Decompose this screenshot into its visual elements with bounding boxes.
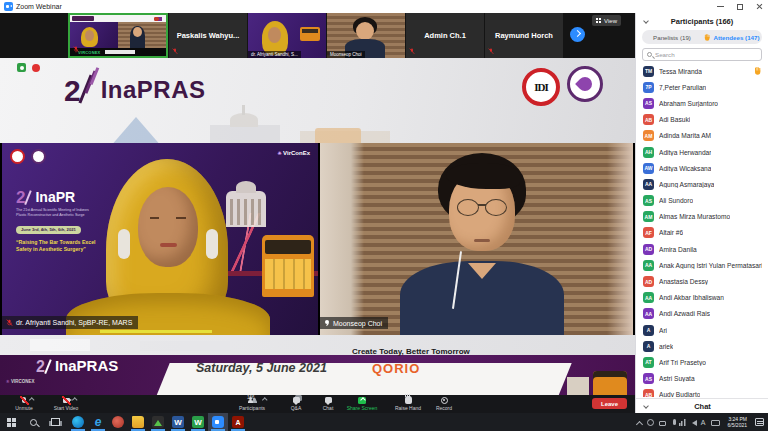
tray-expand-icon[interactable] <box>636 420 643 427</box>
participant-row[interactable]: AB Adi Basuki <box>636 112 768 128</box>
participant-row[interactable]: AS Ali Sundoro <box>636 193 768 209</box>
background-bus-art <box>300 27 320 41</box>
participant-row[interactable]: AA Andi Azwadi Rais <box>636 306 768 322</box>
participant-row[interactable]: AW Aditya Wicaksana <box>636 160 768 176</box>
taskbar-app-icon[interactable] <box>88 413 108 431</box>
tray-mic-icon[interactable] <box>673 419 676 425</box>
logo-wordmark: InaPRAS <box>101 76 206 104</box>
chevron-up-icon[interactable] <box>262 397 267 402</box>
start-button[interactable] <box>0 413 22 431</box>
participant-tile-afriyanti[interactable]: dr. Afriyanti Sandhi, S... <box>248 13 326 58</box>
taskbar-app-icon[interactable] <box>188 413 208 431</box>
leave-button[interactable]: Leave <box>592 398 627 409</box>
search-input[interactable] <box>655 51 757 58</box>
taskbar-app-icon[interactable] <box>148 413 168 431</box>
battery-icon[interactable] <box>659 421 666 426</box>
taskbar-app-icon[interactable] <box>128 413 148 431</box>
participant-row[interactable]: AF Altair #6 <box>636 225 768 241</box>
view-button[interactable]: View <box>592 15 621 26</box>
unmute-button[interactable]: Unmute <box>4 396 44 411</box>
participants-panel: Participants (166) Panelists (19) Attend… <box>635 13 768 413</box>
participants-count-badge: 166 <box>247 395 255 400</box>
video-thumbnail-strip: VIRCONEX Paskalis Wahyu... dr. Afriyanti… <box>0 13 635 58</box>
tab-panelists[interactable]: Panelists (19) <box>642 34 702 41</box>
participant-row[interactable]: AS Abraham Surjantoro <box>636 95 768 111</box>
participant-search[interactable] <box>642 48 762 61</box>
chevron-up-icon[interactable] <box>29 397 34 402</box>
taskbar-app-icon[interactable] <box>228 413 248 431</box>
chevron-up-icon[interactable] <box>72 397 77 402</box>
participants-button[interactable]: 166 Participants <box>232 396 272 411</box>
speaker-name: Moonseop Choi <box>333 320 382 327</box>
video-feed-afriyanti[interactable]: VirConEx 2 InaPR The 21st Annual Scienti… <box>2 143 318 335</box>
speaker-neck <box>468 263 496 279</box>
participant-name: Andi Azwadi Rais <box>659 310 710 317</box>
record-button[interactable]: Record <box>424 396 464 411</box>
avatar: AM <box>643 130 654 141</box>
speaker-face <box>138 187 198 267</box>
participant-row[interactable]: AB Audy Budiarto <box>636 387 768 397</box>
taskbar-app-icon[interactable] <box>108 413 128 431</box>
network-icon[interactable] <box>679 419 686 426</box>
next-page-arrow-button[interactable] <box>570 27 585 42</box>
participants-panel-header: Participants (166) <box>636 13 768 29</box>
taskbar-app-icon[interactable] <box>68 413 88 431</box>
speaker-mouth <box>474 239 490 242</box>
participant-row[interactable]: AH Aditya Herwandar <box>636 144 768 160</box>
volume-icon[interactable] <box>692 420 697 426</box>
record-icon <box>441 397 448 404</box>
participant-name: Almas Mirza Murastomo <box>659 213 730 220</box>
participant-row[interactable]: A Ari <box>636 322 768 338</box>
participant-row[interactable]: 7P 7,Peter Parulian <box>636 79 768 95</box>
maximize-icon[interactable] <box>737 4 743 10</box>
task-view-button[interactable] <box>44 413 66 431</box>
avatar: AM <box>643 211 654 222</box>
raise-hand-button[interactable]: Raise Hand <box>388 396 428 411</box>
windows-logo-icon <box>7 418 16 427</box>
participant-row[interactable]: AM Adinda Marita AM <box>636 128 768 144</box>
window-title: Zoom Webinar <box>16 3 62 10</box>
video-name-label: Moonseop Choi <box>320 317 388 329</box>
collapse-chevron-icon[interactable] <box>643 403 649 409</box>
participant-row[interactable]: AM Almas Mirza Murastomo <box>636 209 768 225</box>
participant-tile-admin[interactable]: Admin Ch.1 <box>406 13 484 58</box>
participant-row[interactable]: AD Anastasia Dessy <box>636 273 768 289</box>
taskbar-app-icon[interactable] <box>168 413 188 431</box>
participant-tile-paskalis[interactable]: Paskalis Wahyu... <box>169 13 247 58</box>
collapse-chevron-icon[interactable] <box>643 18 649 24</box>
shared-screen-preview-tile[interactable]: VIRCONEX <box>68 13 168 58</box>
participant-row[interactable]: AA Anak Agung Istri Yulan Permatasari <box>636 257 768 273</box>
preview-footer: VIRCONEX <box>70 48 166 56</box>
action-center-icon[interactable] <box>755 418 764 426</box>
bandung-skyline-art <box>90 105 550 143</box>
taskbar-search-button[interactable] <box>22 413 44 431</box>
avatar: AT <box>643 357 654 368</box>
tray-status-icon[interactable] <box>647 419 654 426</box>
lower-third-bar <box>100 330 212 333</box>
tab-attendees[interactable]: Attendees (147) <box>702 34 762 41</box>
shared-screen-area: 2 InaPRAS IDI VirConEx <box>0 58 635 413</box>
participant-row[interactable]: AT Arif Tri Prasetyo <box>636 354 768 370</box>
start-video-button[interactable]: Start Video <box>46 396 86 411</box>
participant-tile-raymund[interactable]: Raymund Horch <box>485 13 563 58</box>
participant-row[interactable]: A ariek <box>636 338 768 354</box>
touch-keyboard-icon[interactable] <box>711 420 720 426</box>
language-indicator[interactable]: A <box>701 419 706 426</box>
participant-row[interactable]: AD Amira Danila <box>636 241 768 257</box>
minimize-icon[interactable] <box>717 6 724 7</box>
close-icon[interactable] <box>756 3 763 10</box>
video-feed-moonseop[interactable]: Moonseop Choi <box>320 143 633 335</box>
participant-tile-moonseop[interactable]: Moonseop Choi <box>327 13 405 58</box>
participant-row[interactable]: AA Andi Akbar Ibhaliswan <box>636 290 768 306</box>
chat-section-header[interactable]: Chat <box>636 398 768 413</box>
participant-row[interactable]: AS Astri Suyata <box>636 371 768 387</box>
logo-slash-mark <box>45 359 53 374</box>
participant-row[interactable]: AA Agung Asmarajaya <box>636 176 768 192</box>
participant-row[interactable]: TM Tessa Miranda <box>636 63 768 79</box>
share-screen-button[interactable]: Share Screen <box>342 396 382 411</box>
participant-name: Arif Tri Prasetyo <box>659 359 706 366</box>
taskbar-clock[interactable]: 3:24 PM 6/5/2021 <box>725 416 750 428</box>
system-tray: A 3:24 PM 6/5/2021 <box>637 416 768 428</box>
taskbar-app-icon[interactable] <box>208 413 228 431</box>
participant-tile-name: dr. Afriyanti Sandhi, S... <box>251 52 298 57</box>
